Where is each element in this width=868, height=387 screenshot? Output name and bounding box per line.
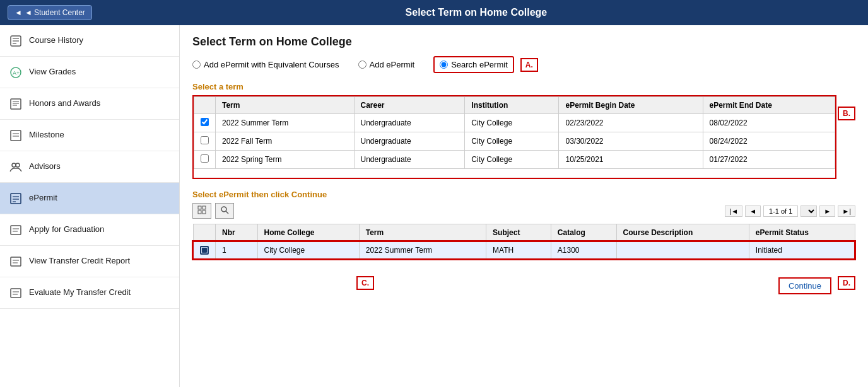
svg-point-13 <box>12 163 16 167</box>
milestone-icon <box>9 129 23 142</box>
callout-c: C. <box>356 276 374 290</box>
svg-rect-15 <box>11 193 21 204</box>
sidebar-label-honors-awards: Honors and Awards <box>29 98 100 109</box>
page-first-btn[interactable]: |◄ <box>725 205 742 217</box>
radio-search-epermit-input[interactable] <box>440 61 448 69</box>
term-row-1[interactable]: 2022 Summer Term Undergraduate City Coll… <box>194 114 835 132</box>
sidebar-item-honors-awards[interactable]: Honors and Awards <box>0 88 179 120</box>
term-row-2-institution: City College <box>465 132 559 151</box>
term-col-institution: Institution <box>465 97 559 114</box>
sidebar-item-advisors[interactable]: Advisors <box>0 151 179 183</box>
term-row-2-term: 2022 Fall Term <box>216 132 355 151</box>
term-col-checkbox <box>194 97 216 114</box>
ep-col-term: Term <box>359 224 486 242</box>
term-row-2-begin: 03/30/2022 <box>559 132 703 151</box>
page-last-btn[interactable]: ►| <box>838 205 855 217</box>
sidebar-label-course-history: Course History <box>29 35 83 46</box>
advisors-icon <box>9 160 23 174</box>
term-row-3-checkbox[interactable] <box>201 154 209 163</box>
term-row-1-end: 08/02/2022 <box>703 114 835 132</box>
ep-col-home: Home College <box>257 224 359 242</box>
term-table-wrap: Term Career Institution ePermit Begin Da… <box>192 95 855 181</box>
svg-rect-19 <box>11 226 21 234</box>
radio-search-epermit[interactable]: Search ePermit <box>433 56 514 73</box>
term-row-3-career: Undergraduate <box>354 151 465 169</box>
term-row-3-checkbox-cell[interactable] <box>194 151 216 169</box>
epermit-row-1-subject: MATH <box>486 241 551 259</box>
term-row-1-career: Undergraduate <box>354 114 465 132</box>
epermit-icon <box>9 192 23 205</box>
term-row-3[interactable]: 2022 Spring Term Undergraduate City Coll… <box>194 151 835 169</box>
term-row-2[interactable]: 2022 Fall Term Undergraduate City Colleg… <box>194 132 835 151</box>
radio-add-equivalent-input[interactable] <box>192 61 201 69</box>
content-area: Select Term on Home College Add ePermit … <box>180 25 868 387</box>
continue-area: Continue D. <box>778 271 855 294</box>
svg-rect-30 <box>198 211 201 214</box>
ep-col-status: ePermit Status <box>749 224 855 242</box>
epermit-row-1[interactable]: 1 City College 2022 Summer Term MATH A13… <box>193 241 855 259</box>
ep-col-desc: Course Description <box>616 224 749 242</box>
svg-rect-22 <box>11 257 21 266</box>
bottom-actions-row: C. Continue D. <box>192 269 855 297</box>
term-row-1-institution: City College <box>465 114 559 132</box>
callout-c-area: C. <box>192 276 374 290</box>
epermit-toolbar-row: |◄ ◄ 1-1 of 1 ► ►| <box>192 203 855 221</box>
toolbar-grid-btn[interactable] <box>192 203 211 219</box>
page-prev-btn[interactable]: ◄ <box>745 205 761 217</box>
sidebar-label-apply-graduation: Apply for Graduation <box>29 224 104 235</box>
term-row-2-checkbox[interactable] <box>201 136 209 144</box>
term-row-1-checkbox-cell[interactable] <box>194 114 216 132</box>
back-button-label: ◄ Student Center <box>25 8 85 17</box>
radio-add-epermit-input[interactable] <box>358 61 367 69</box>
sidebar-item-view-transfer[interactable]: View Transfer Credit Report <box>0 246 179 277</box>
sidebar-item-apply-graduation[interactable]: Apply for Graduation <box>0 214 179 246</box>
sidebar-label-epermit: ePermit <box>29 193 57 204</box>
term-col-end: ePermit End Date <box>703 97 835 114</box>
sidebar-label-evaluate-transfer: Evaluate My Transfer Credit <box>29 287 131 298</box>
radio-add-equivalent[interactable]: Add ePermit with Equivalent Courses <box>192 60 339 69</box>
svg-rect-28 <box>198 206 201 209</box>
svg-point-32 <box>221 207 226 212</box>
sidebar-item-milestone[interactable]: Milestone <box>0 120 179 151</box>
page-size-select[interactable] <box>801 205 817 217</box>
callout-a: A. <box>520 58 538 72</box>
ep-col-nbr: Nbr <box>216 224 258 242</box>
radio-add-epermit[interactable]: Add ePermit <box>358 60 415 69</box>
continue-button[interactable]: Continue <box>778 277 831 294</box>
term-row-1-checkbox[interactable] <box>201 118 209 126</box>
radio-options-row: Add ePermit with Equivalent Courses Add … <box>192 56 855 73</box>
radio-add-equivalent-label: Add ePermit with Equivalent Courses <box>204 60 339 69</box>
svg-point-14 <box>16 163 20 167</box>
page-info: 1-1 of 1 <box>763 205 798 217</box>
course-history-icon <box>9 34 23 48</box>
apply-graduation-icon <box>9 223 23 237</box>
page-next-btn[interactable]: ► <box>819 205 835 217</box>
sidebar-label-view-transfer: View Transfer Credit Report <box>29 256 130 267</box>
student-center-back-button[interactable]: ◄ ◄ Student Center <box>8 5 92 20</box>
term-row-2-end: 08/24/2022 <box>703 132 835 151</box>
sidebar-item-course-history[interactable]: Course History <box>0 25 179 57</box>
svg-rect-25 <box>11 289 21 297</box>
sidebar-item-view-grades[interactable]: A+ View Grades <box>0 57 179 88</box>
epermit-row-1-catalog: A1300 <box>551 241 616 259</box>
sidebar-item-epermit[interactable]: ePermit <box>0 183 179 214</box>
radio-add-epermit-label: Add ePermit <box>370 60 415 69</box>
epermit-row-1-status: Initiated <box>749 241 855 259</box>
top-header: ◄ ◄ Student Center Select Term on Home C… <box>0 0 868 25</box>
sidebar-label-view-grades: View Grades <box>29 67 76 78</box>
term-col-term: Term <box>216 97 355 114</box>
svg-text:A+: A+ <box>13 70 20 76</box>
svg-rect-29 <box>202 206 206 209</box>
page-title: Select Term on Home College <box>192 35 855 49</box>
epermit-row-1-sel[interactable] <box>193 241 216 259</box>
toolbar-search-btn[interactable] <box>215 203 234 219</box>
section1-label: Select a term <box>192 82 855 91</box>
sidebar-item-evaluate-transfer[interactable]: Evaluate My Transfer Credit <box>0 277 179 309</box>
term-row-3-institution: City College <box>465 151 559 169</box>
epermit-table-section: Nbr Home College Term Subject Catalog Co… <box>192 224 855 260</box>
section2-label: Select ePermit then click Continue <box>192 190 855 199</box>
term-row-2-checkbox-cell[interactable] <box>194 132 216 151</box>
sidebar-label-advisors: Advisors <box>29 161 61 172</box>
svg-rect-6 <box>11 99 21 109</box>
toolbar-buttons <box>192 203 234 219</box>
